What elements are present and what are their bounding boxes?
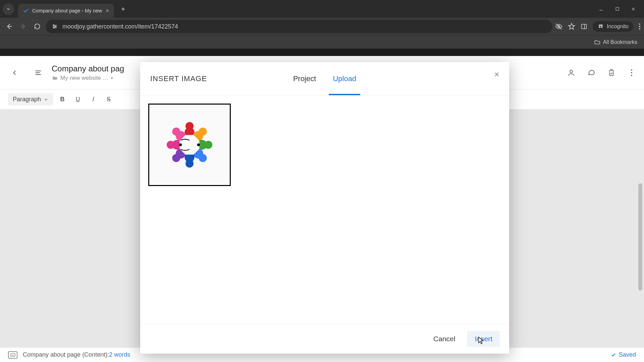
svg-point-11 — [570, 70, 573, 73]
back-button[interactable] — [3, 21, 15, 32]
svg-point-13 — [631, 69, 632, 71]
tab-project[interactable]: Project — [293, 62, 316, 95]
comments-icon[interactable] — [587, 68, 596, 77]
svg-point-9 — [639, 26, 640, 27]
svg-point-7 — [601, 26, 603, 28]
insert-button[interactable]: Insert — [467, 331, 500, 347]
svg-rect-12 — [610, 70, 613, 75]
bookmark-star-icon[interactable] — [568, 23, 575, 30]
modal-footer: Cancel Insert — [140, 323, 509, 354]
chrome-titlebar: Company about page - My new — [0, 0, 644, 18]
svg-point-2 — [55, 26, 56, 27]
tab-close-icon[interactable] — [105, 9, 109, 13]
modal-header: INSERT IMAGE Project Upload — [140, 62, 509, 96]
side-panel-icon[interactable] — [581, 23, 587, 30]
title-block: Company about pag My new website … • — [52, 64, 124, 81]
svg-point-3 — [54, 27, 55, 28]
paragraph-style-select[interactable]: Paragraph — [8, 93, 53, 106]
tab-title: Company about page - My new — [32, 8, 102, 13]
eye-off-icon[interactable] — [555, 23, 562, 30]
cancel-button[interactable]: Cancel — [426, 331, 463, 347]
svg-point-14 — [631, 72, 632, 73]
tab-search-button[interactable] — [3, 3, 14, 15]
header-actions — [567, 68, 636, 77]
chrome-toolbar: moodjoy.gathercontent.com/item/17422574 … — [0, 18, 644, 35]
check-icon — [611, 352, 616, 358]
modal-title: INSERT IMAGE — [150, 74, 207, 83]
chevron-down-icon — [44, 97, 48, 102]
svg-rect-5 — [582, 24, 587, 28]
incognito-chip[interactable]: Incognito — [593, 21, 633, 32]
document-title: Company about pag — [52, 64, 124, 73]
thumbnail-graphic-icon — [163, 118, 216, 172]
more-menu-icon[interactable] — [627, 68, 636, 77]
app-back-button[interactable] — [8, 66, 21, 79]
maximize-icon[interactable] — [614, 6, 621, 12]
insert-image-modal: INSERT IMAGE Project Upload — [140, 62, 509, 354]
all-bookmarks-button[interactable]: All Bookmarks — [594, 39, 637, 45]
site-settings-icon[interactable] — [51, 23, 58, 30]
status-doc-label: Company about page (Content): — [23, 351, 109, 358]
url-text: moodjoy.gathercontent.com/item/17422574 — [62, 23, 178, 30]
window-controls — [598, 6, 641, 12]
sidebar-toggle-icon[interactable] — [32, 66, 45, 79]
all-bookmarks-label: All Bookmarks — [603, 39, 637, 45]
new-tab-button[interactable] — [117, 3, 129, 15]
image-thumbnail[interactable] — [148, 104, 231, 186]
svg-point-26 — [198, 144, 199, 145]
browser-tab[interactable]: Company about page - My new — [18, 4, 114, 18]
style-select-label: Paragraph — [13, 96, 41, 103]
forward-button[interactable] — [17, 21, 29, 32]
svg-point-1 — [53, 25, 54, 26]
breadcrumb: My new website … • — [52, 75, 124, 81]
italic-button[interactable]: I — [87, 94, 99, 106]
folder-icon — [52, 75, 58, 81]
tab-upload[interactable]: Upload — [333, 62, 356, 95]
chrome-menu-icon[interactable] — [639, 23, 641, 30]
vertical-scrollbar[interactable] — [637, 183, 643, 342]
incognito-label: Incognito — [607, 23, 629, 29]
modal-tabs: Project Upload — [293, 62, 356, 95]
favicon-icon — [23, 8, 29, 14]
address-bar[interactable]: moodjoy.gathercontent.com/item/17422574 — [46, 20, 552, 33]
svg-rect-16 — [10, 354, 15, 356]
modal-close-icon[interactable] — [492, 69, 502, 79]
svg-point-6 — [599, 26, 600, 28]
underline-button[interactable]: U — [72, 94, 84, 106]
scrollbar-thumb[interactable] — [638, 183, 642, 291]
svg-point-25 — [180, 144, 181, 145]
breadcrumb-project[interactable]: My new website … — [60, 75, 108, 81]
keyboard-icon[interactable] — [8, 351, 17, 359]
svg-point-8 — [639, 23, 640, 25]
reload-button[interactable] — [32, 21, 43, 32]
close-window-icon[interactable] — [630, 6, 637, 12]
bookmarks-bar: All Bookmarks — [0, 35, 644, 49]
clipboard-icon[interactable] — [607, 68, 616, 77]
saved-label: Saved — [619, 351, 636, 358]
strikethrough-button[interactable]: S — [103, 94, 115, 106]
minimize-icon[interactable] — [598, 6, 604, 12]
svg-rect-0 — [616, 7, 619, 10]
svg-point-15 — [631, 75, 632, 76]
svg-point-10 — [639, 28, 640, 29]
word-count[interactable]: 2 words — [109, 351, 130, 358]
bold-button[interactable]: B — [56, 94, 68, 106]
saved-indicator: Saved — [611, 351, 636, 358]
person-icon[interactable] — [567, 68, 576, 77]
breadcrumb-separator: • — [111, 75, 113, 81]
modal-body — [140, 96, 509, 323]
